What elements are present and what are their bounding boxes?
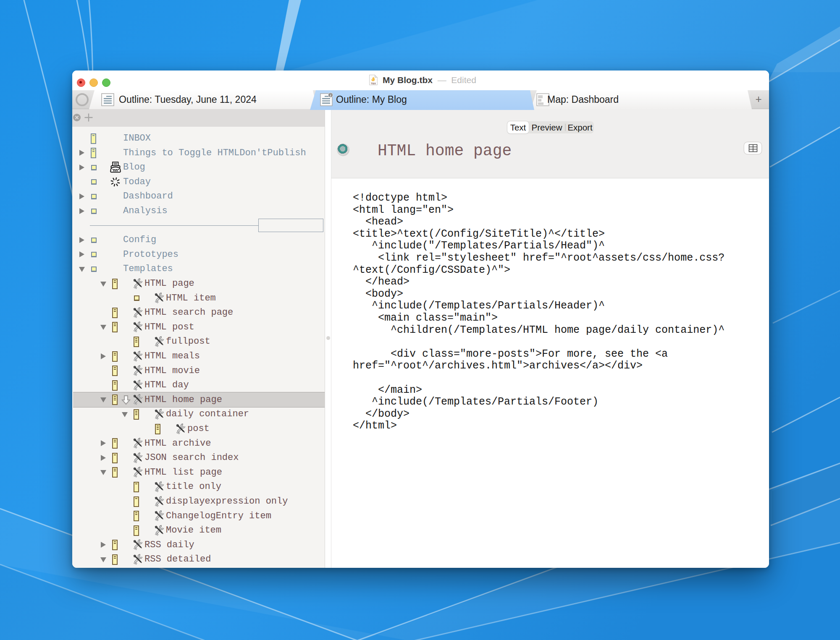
svg-text:TBX: TBX [371,82,376,85]
